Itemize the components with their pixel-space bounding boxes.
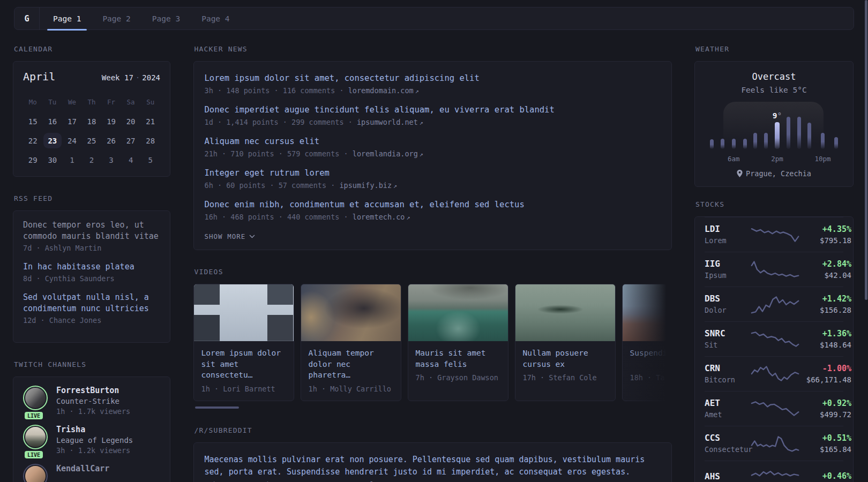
- live-badge: LIVE: [25, 451, 43, 458]
- hackernews-item-title[interactable]: Donec enim nibh, condimentum et accumsan…: [205, 199, 525, 210]
- stock-sparkline: [751, 364, 800, 383]
- page-scrollbar-thumb[interactable]: [865, 0, 867, 300]
- stock-sparkline: [751, 225, 800, 244]
- calendar-week-year: Week 17·2024: [102, 73, 160, 82]
- hackernews-item: Aliquam nec cursus elit 21h · 710 points…: [205, 135, 661, 158]
- hackernews-item-domain[interactable]: loremlandia.org↗: [353, 149, 423, 158]
- stock-row: IIG Ipsum +2.84% $42.04: [705, 252, 843, 287]
- video-title[interactable]: Aliquam tempor dolor nec pharetra…: [309, 348, 393, 381]
- hackernews-show-more-button[interactable]: Show more: [205, 232, 256, 240]
- calendar-day-cell: 20: [121, 114, 141, 129]
- twitch-widget: Twitch channels LIVE ForrestBurton Count…: [13, 360, 170, 482]
- calendar-day-cell: 19: [101, 114, 121, 129]
- videos-scrollbar-thumb[interactable]: [195, 406, 239, 409]
- channel-name[interactable]: ForrestBurton: [56, 386, 130, 395]
- video-card[interactable]: Suspendisse diam 18h · Tara: [622, 284, 672, 401]
- weather-bar: [753, 133, 757, 149]
- subreddit-post-title[interactable]: Maecenas mollis pulvinar erat non posuer…: [205, 454, 661, 478]
- rss-item[interactable]: Sed volutpat nulla nisl, a condimentum n…: [23, 292, 160, 325]
- rss-item-title[interactable]: Sed volutpat nulla nisl, a condimentum n…: [23, 292, 160, 314]
- channel-name[interactable]: KendallCarr: [56, 464, 109, 473]
- calendar-card: April Week 17·2024 MoTuWeThFrSaSu 151617…: [13, 61, 170, 177]
- hackernews-card: Lorem ipsum dolor sit amet, consectetur …: [193, 61, 672, 250]
- hackernews-item-domain[interactable]: loremtech.co↗: [353, 213, 410, 221]
- weather-bar: [797, 117, 801, 149]
- rss-item-title[interactable]: In hac habitasse platea: [23, 261, 160, 273]
- video-card[interactable]: Lorem ipsum dolor sit amet consectetu… 1…: [193, 284, 294, 401]
- stocks-widget: Stocks LDI Lorem +4.35% $795.18: [694, 200, 854, 482]
- video-meta: 17h · Stefan Cole: [523, 373, 608, 382]
- stock-sparkline: [751, 295, 800, 314]
- video-card[interactable]: Mauris sit amet massa felis 7h · Grayson…: [408, 284, 508, 401]
- weather-bar: [821, 133, 825, 149]
- video-meta: 7h · Grayson Dawson: [416, 373, 500, 382]
- twitch-channel-row[interactable]: LIVE KendallCarr: [23, 464, 160, 482]
- videos-carousel: Lorem ipsum dolor sit amet consectetu… 1…: [193, 284, 672, 401]
- live-badge: LIVE: [25, 412, 43, 419]
- rss-item-meta: 7d · Ashlyn Martin: [23, 244, 160, 252]
- twitch-channel-row[interactable]: LIVE Trisha League of Legends 3h · 1.2k …: [23, 425, 160, 455]
- rss-item[interactable]: In hac habitasse platea 8d · Cynthia Sau…: [23, 261, 160, 283]
- weather-location: Prague, Czechia: [704, 169, 844, 178]
- hackernews-section-title: Hacker News: [194, 45, 672, 53]
- stock-price: $795.18: [800, 236, 851, 245]
- stock-ticker: IIG: [705, 259, 751, 269]
- stock-name: Ipsum: [705, 271, 751, 280]
- page-tabs: Page 1 Page 2 Page 3 Page 4: [46, 7, 244, 29]
- page-tab[interactable]: Page 4: [194, 7, 236, 29]
- subreddit-post-meta: 19h · 9,932 points · 1,090 comments · lo…: [205, 480, 661, 482]
- hackernews-item-title[interactable]: Aliquam nec cursus elit: [205, 135, 320, 147]
- calendar-day-cell: 5: [140, 152, 160, 168]
- stock-ticker: CCS: [705, 433, 751, 443]
- calendar-day-cell: 29: [23, 152, 43, 168]
- rss-item-title[interactable]: Donec tempor eros leo, ut commodo mauris…: [23, 220, 160, 242]
- hackernews-item-domain[interactable]: ipsumify.biz↗: [339, 181, 397, 190]
- hackernews-item-title[interactable]: Lorem ipsum dolor sit amet, consectetur …: [205, 72, 480, 84]
- weather-hour-column: [831, 102, 842, 163]
- weather-hour-column: [717, 102, 728, 163]
- hackernews-item-title[interactable]: Integer eget rutrum lorem: [205, 167, 330, 179]
- channel-game: Counter-Strike: [56, 397, 130, 405]
- video-title[interactable]: Suspendisse diam: [630, 348, 672, 370]
- hackernews-item-title[interactable]: Donec imperdiet augue tincidunt felis al…: [205, 104, 555, 116]
- weather-bar: [787, 117, 790, 149]
- rss-item[interactable]: Donec tempor eros leo, ut commodo mauris…: [23, 220, 160, 252]
- weather-section-title: Weather: [695, 45, 854, 53]
- right-column: Weather Overcast Feels like 5°C: [694, 45, 854, 482]
- stock-sparkline: [751, 329, 800, 349]
- hackernews-item-domain[interactable]: loremdomain.com↗: [348, 86, 419, 95]
- calendar-day-cell: 18: [82, 114, 102, 129]
- weather-hourly-chart: 6am: [704, 102, 844, 163]
- stock-name: Lorem: [705, 236, 751, 245]
- location-pin-icon: [737, 170, 743, 177]
- page-tab[interactable]: Page 3: [145, 7, 187, 29]
- external-link-icon: ↗: [405, 214, 410, 221]
- weather-time-label: 10pm: [814, 150, 830, 163]
- subreddit-post-domain[interactable]: loremnet.xyz↗: [370, 480, 428, 482]
- channel-name[interactable]: Trisha: [56, 425, 133, 434]
- stocks-section-title: Stocks: [695, 200, 854, 208]
- video-thumbnail: [408, 284, 508, 341]
- video-meta: 18h · Tara: [630, 373, 672, 382]
- video-title[interactable]: Mauris sit amet massa felis: [416, 348, 500, 370]
- channel-avatar: [23, 464, 48, 482]
- weather-bar: [775, 122, 780, 149]
- video-card[interactable]: Aliquam tempor dolor nec pharetra… 1h · …: [301, 284, 401, 401]
- page-tab[interactable]: Page 2: [95, 7, 137, 29]
- rss-card: Donec tempor eros leo, ut commodo mauris…: [13, 210, 170, 343]
- calendar-day-cell: 28: [140, 133, 160, 148]
- stock-name: Dolor: [705, 306, 751, 314]
- weather-bar: [834, 137, 838, 149]
- hackernews-item-domain[interactable]: ipsumworld.net↗: [357, 118, 423, 126]
- stock-ticker: DBS: [705, 293, 751, 304]
- chevron-down-icon: [249, 235, 255, 238]
- current-temp-label: 9°: [773, 111, 782, 122]
- hackernews-item-meta: 16h · 468 points · 440 comments · loremt…: [205, 213, 661, 221]
- video-card[interactable]: Nullam posuere cursus ex 17h · Stefan Co…: [515, 284, 616, 401]
- video-title[interactable]: Lorem ipsum dolor sit amet consectetu…: [201, 348, 286, 381]
- weather-bar: [721, 139, 724, 149]
- video-title[interactable]: Nullam posuere cursus ex: [523, 348, 608, 370]
- stock-name: Sit: [705, 341, 751, 349]
- twitch-channel-row[interactable]: LIVE ForrestBurton Counter-Strike 1h · 1…: [23, 386, 160, 416]
- page-tab[interactable]: Page 1: [46, 7, 88, 29]
